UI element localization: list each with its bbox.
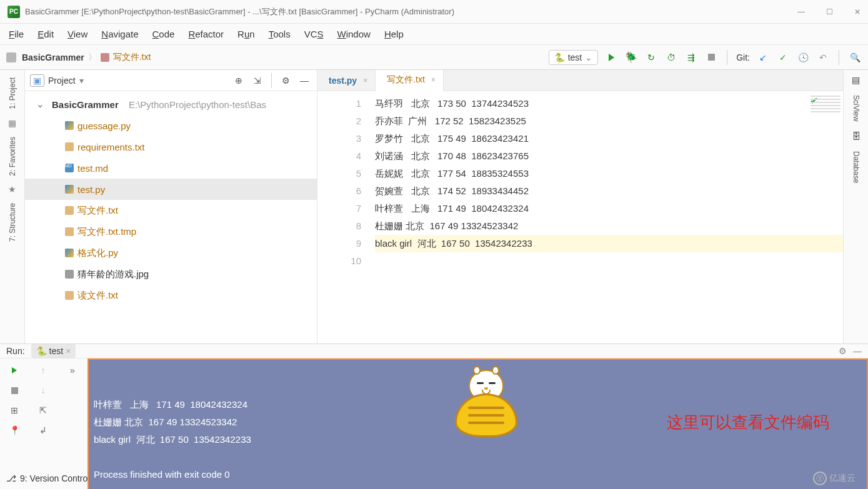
tool-favorites[interactable]: 2: Favorites <box>8 137 17 176</box>
menu-code[interactable]: Code <box>152 29 175 39</box>
file-name: 猜年龄的游戏.jpg <box>77 269 149 280</box>
down-stack-button[interactable]: ↓ <box>36 383 50 397</box>
editor-tab[interactable]: test.py× <box>317 70 376 91</box>
settings-button[interactable]: ⚙ <box>278 73 293 88</box>
tree-root[interactable]: ⌄ BasicGrammer E:\PythonProject\python-t… <box>25 94 317 115</box>
file-name: guessage.py <box>77 121 131 131</box>
project-panel-title[interactable]: Project <box>48 76 76 86</box>
project-icon: ▦ <box>8 118 16 128</box>
maximize-button[interactable]: ☐ <box>826 7 833 16</box>
more-button[interactable]: » <box>66 363 79 377</box>
menu-run[interactable]: Run <box>237 29 255 39</box>
menu-vcs[interactable]: VCS <box>304 29 324 39</box>
tree-file[interactable]: 写文件.txt.tmp <box>25 221 317 242</box>
up-stack-button[interactable]: ↑ <box>36 363 50 377</box>
collapse-all-button[interactable]: ⇲ <box>250 73 265 88</box>
tool-sciview[interactable]: SciView <box>852 95 861 121</box>
panel-select-icon[interactable]: ▣ <box>30 74 44 87</box>
tree-file[interactable]: MDtest.md <box>25 157 317 179</box>
console-line: Process finished with exit code 0 <box>94 466 862 483</box>
database-icon: 🗄 <box>852 131 861 141</box>
run-sidebar: ⊞ 📍 ↑ ↓ ⇱ ↲ » <box>0 358 87 489</box>
concurrency-button[interactable]: ⇶ <box>684 51 698 64</box>
tab-label: test.py <box>329 76 357 86</box>
tree-file[interactable]: 格式化.py <box>25 242 317 264</box>
tree-file[interactable]: test.py <box>25 179 317 200</box>
minimize-button[interactable]: — <box>797 7 805 16</box>
hide-run-button[interactable]: — <box>853 346 862 356</box>
locate-button[interactable]: ⊕ <box>231 73 246 88</box>
run-settings-button[interactable]: ⚙ <box>839 346 847 356</box>
branch-icon: ⎇ <box>6 473 16 483</box>
hide-panel-button[interactable]: — <box>297 73 312 88</box>
menu-help[interactable]: Help <box>384 29 404 39</box>
run-tab-name: test <box>49 346 64 356</box>
code-line: 乔亦菲 广州 172 52 15823423525 <box>375 116 526 126</box>
tool-structure[interactable]: 7: Structure <box>8 203 17 242</box>
wrap-button[interactable]: ↲ <box>36 423 50 437</box>
tree-file[interactable]: requirements.txt <box>25 136 317 157</box>
code-line: 岳妮妮 北京 177 54 18835324553 <box>375 168 529 179</box>
run-button[interactable] <box>604 51 618 64</box>
breadcrumb-file[interactable]: 写文件.txt <box>113 52 151 63</box>
title-bar: PC BasicGrammer [E:\PythonProject\python… <box>0 0 868 24</box>
tree-file[interactable]: 猜年龄的游戏.jpg <box>25 264 317 285</box>
mascot-decoration <box>449 370 524 451</box>
tool-database[interactable]: Database <box>852 151 861 183</box>
run-config-selector[interactable]: 🐍 test ⌄ <box>549 50 599 65</box>
run-tab[interactable]: 🐍 test × <box>31 344 76 358</box>
close-icon[interactable]: × <box>66 346 71 356</box>
file-name: test.py <box>77 184 105 195</box>
editor-tab[interactable]: 写文件.txt× <box>376 70 444 91</box>
export-button[interactable]: ⇱ <box>36 403 50 417</box>
git-update-button[interactable]: ↙ <box>756 51 770 64</box>
close-icon[interactable]: × <box>363 76 367 85</box>
menu-view[interactable]: View <box>67 29 87 39</box>
coverage-button[interactable]: ↻ <box>644 51 658 64</box>
code-line: 杜姗姗 北京 167 49 13324523342 <box>375 220 518 231</box>
file-name: 写文件.txt.tmp <box>77 226 136 238</box>
project-panel-header: ▣ Project ▾ ⊕ ⇲ ⚙ — <box>25 70 317 91</box>
menu-navigate[interactable]: Navigate <box>101 29 138 39</box>
layout-button[interactable]: ⊞ <box>7 403 21 417</box>
search-everywhere-button[interactable]: 🔍 <box>848 51 862 64</box>
breadcrumb-project[interactable]: BasicGrammer <box>22 52 84 62</box>
run-config-name: test <box>568 52 582 62</box>
menu-tools[interactable]: Tools <box>269 29 291 39</box>
code-line: 叶梓萱 上海 171 49 18042432324 <box>375 203 529 214</box>
debug-button[interactable]: 🪲 <box>624 51 638 64</box>
file-name: test.md <box>77 163 108 174</box>
tree-file[interactable]: 读文件.txt <box>25 285 317 306</box>
editor[interactable]: 12345678910 马纤羽 北京 173 50 13744234523乔亦菲… <box>317 91 843 343</box>
stop-button[interactable] <box>704 51 718 64</box>
menu-window[interactable]: Window <box>337 29 371 39</box>
profile-button[interactable]: ⏱ <box>664 51 678 64</box>
git-revert-button[interactable]: ↶ <box>816 51 830 64</box>
tree-file[interactable]: 写文件.txt <box>25 200 317 221</box>
project-tree[interactable]: ⌄ BasicGrammer E:\PythonProject\python-t… <box>25 91 317 309</box>
scrollbar-marker[interactable] <box>811 94 841 112</box>
menu-edit[interactable]: Edit <box>37 29 54 39</box>
chevron-down-icon: ⌄ <box>585 52 592 62</box>
python-icon: 🐍 <box>554 52 565 62</box>
file-name: 读文件.txt <box>77 290 118 302</box>
close-icon[interactable]: × <box>431 76 436 84</box>
git-history-button[interactable]: 🕓 <box>796 51 810 64</box>
rerun-button[interactable] <box>7 363 21 377</box>
code-area[interactable]: 马纤羽 北京 173 50 13744234523乔亦菲 广州 172 52 1… <box>366 91 843 343</box>
git-commit-button[interactable]: ✓ <box>776 51 790 64</box>
chevron-down-icon[interactable]: ▾ <box>79 76 84 86</box>
menu-refactor[interactable]: Refactor <box>188 29 224 39</box>
close-button[interactable]: ✕ <box>854 7 861 16</box>
file-name: requirements.txt <box>77 142 145 152</box>
expand-icon[interactable]: ⌄ <box>36 99 44 110</box>
pin-button[interactable]: 📍 <box>7 423 21 437</box>
stop-run-button[interactable] <box>7 383 21 397</box>
tool-project[interactable]: 1: Project <box>8 77 17 109</box>
tree-file[interactable]: guessage.py <box>25 115 317 136</box>
sciview-icon: ▤ <box>852 75 860 85</box>
menu-file[interactable]: File <box>9 29 24 39</box>
editor-tabs: test.py×写文件.txt× <box>317 70 843 91</box>
watermark-icon: ⓨ <box>813 472 827 485</box>
tab-version-control[interactable]: ⎇9: Version Control <box>6 473 89 483</box>
